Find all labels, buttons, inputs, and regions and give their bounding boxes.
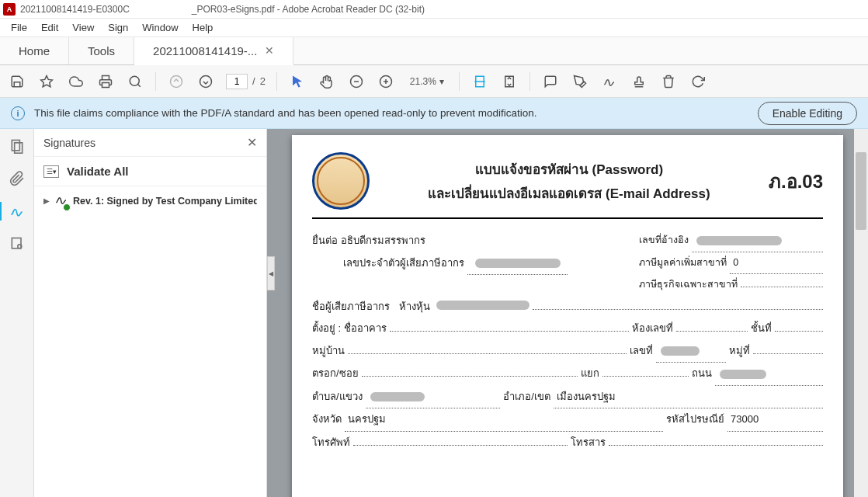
tab-document-label: 20211008141419-...	[153, 44, 257, 57]
form-submit-to: ยื่นต่อ อธิบดีกรมสรรพากร	[312, 230, 568, 252]
compliance-infobar: i This file claims compliance with the P…	[0, 98, 868, 129]
sbt-branch-label: ภาษีธุรกิจเฉพาะสาขาที่	[639, 274, 738, 296]
menu-window[interactable]: Window	[136, 20, 184, 35]
province-label: จังหวัด	[312, 408, 342, 431]
signature-label: Rev. 1: Signed by Test Company Limited (…	[73, 196, 257, 207]
tab-document[interactable]: 20211008141419-... ✕	[134, 37, 293, 65]
pointer-icon[interactable]	[288, 72, 307, 91]
taxid-label: เลขประจำตัวผู้เสียภาษีอากร	[343, 252, 464, 275]
redacted-value	[661, 346, 700, 356]
floor-label: ชั้นที่	[751, 318, 772, 340]
page-indicator: / 2	[226, 74, 266, 89]
moo-label: หมู่ที่	[729, 340, 750, 363]
save-icon[interactable]	[8, 72, 26, 91]
room-label: ห้องเลขที่	[632, 318, 673, 340]
tab-home[interactable]: Home	[0, 37, 69, 64]
hand-icon[interactable]	[318, 72, 336, 91]
zoom-in-icon[interactable]	[377, 72, 395, 91]
redacted-value	[436, 301, 529, 310]
zoom-dropdown[interactable]: 21.3%▾	[406, 75, 448, 88]
scrollbar-thumb[interactable]	[856, 152, 866, 230]
search-icon[interactable]	[126, 72, 144, 91]
redacted-value	[720, 370, 766, 379]
svg-marker-0	[41, 75, 53, 86]
refresh-icon[interactable]	[689, 72, 707, 91]
chevron-down-icon: ▾	[439, 76, 444, 87]
yaek-label: แยก	[581, 363, 599, 385]
panel-collapse-handle[interactable]: ◀	[267, 256, 275, 290]
page-current-input[interactable]	[226, 74, 248, 89]
panel-close-icon[interactable]: ✕	[247, 135, 257, 150]
doc-title-line2: และเปลี่ยนแปลงอีเมลแอดเดรส (E-mail Addre…	[380, 182, 758, 203]
vertical-scrollbar[interactable]	[854, 129, 868, 497]
menu-sign[interactable]: Sign	[102, 20, 134, 35]
zip-value: 73000	[727, 413, 762, 425]
tab-close-icon[interactable]: ✕	[265, 44, 274, 57]
signature-item[interactable]: ▶ Rev. 1: Signed by Test Company Limited…	[34, 186, 266, 215]
svg-point-5	[200, 75, 212, 87]
road-label: ถนน	[692, 363, 712, 385]
building-label: ตั้งอยู่ : ชื่ออาคาร	[312, 318, 387, 340]
svg-point-4	[171, 75, 182, 87]
enable-editing-button[interactable]: Enable Editing	[758, 102, 857, 125]
menu-edit[interactable]: Edit	[35, 20, 64, 35]
svg-rect-16	[12, 238, 21, 248]
fit-width-icon[interactable]	[470, 72, 489, 91]
name-prefix: ห้างหุ้น	[396, 296, 433, 318]
attachments-icon[interactable]	[8, 169, 26, 188]
phone-label: โทรศัพท์	[312, 432, 350, 454]
thumbnails-icon[interactable]	[8, 137, 26, 155]
window-title: _POR03-eSigns.pdf - Adobe Acrobat Reader…	[192, 4, 425, 15]
svg-rect-14	[12, 141, 19, 151]
taxpayer-name-label: ชื่อผู้เสียภาษีอากร	[312, 296, 390, 318]
amphoe-value: เมืองนครปฐม	[554, 391, 619, 402]
menu-bar: File Edit View Sign Window Help	[0, 19, 868, 37]
comment-icon[interactable]	[541, 72, 560, 91]
province-value: นครปฐม	[345, 413, 389, 425]
delete-icon[interactable]	[659, 72, 678, 91]
menu-view[interactable]: View	[66, 20, 100, 35]
page-sep: /	[252, 75, 255, 87]
vat-branch-label: ภาษีมูลค่าเพิ่มสาขาที่	[639, 252, 727, 274]
validate-list-icon: ☰▾	[43, 165, 59, 178]
left-rail	[0, 129, 34, 497]
page-total: 2	[260, 75, 266, 87]
fit-page-icon[interactable]	[500, 72, 519, 91]
redacted-value	[475, 259, 561, 268]
page-up-icon[interactable]	[167, 72, 186, 91]
validate-all-button[interactable]: ☰▾ Validate All	[34, 157, 266, 186]
fax-label: โทรสาร	[571, 432, 606, 454]
layers-icon[interactable]	[8, 235, 26, 253]
svg-rect-15	[14, 143, 22, 153]
pdf-page: แบบแจ้งขอรหัสผ่าน (Password) และเปลี่ยนแ…	[292, 135, 843, 497]
tambon-label: ตำบล/แขวง	[312, 386, 363, 408]
svg-rect-1	[102, 82, 109, 87]
menu-help[interactable]: Help	[186, 20, 220, 35]
village-label: หมู่บ้าน	[312, 340, 345, 363]
stamp-icon[interactable]	[630, 72, 648, 91]
signatures-panel: Signatures ✕ ☰▾ Validate All ▶ Rev. 1: S…	[34, 129, 267, 497]
signatures-icon[interactable]	[8, 202, 26, 221]
svg-line-3	[137, 84, 140, 86]
cloud-icon[interactable]	[67, 72, 85, 91]
app-icon: A	[3, 3, 16, 16]
page-down-icon[interactable]	[196, 72, 215, 91]
svg-point-17	[17, 245, 21, 248]
validate-all-label: Validate All	[67, 165, 128, 178]
amphoe-label: อำเภอ/เขต	[503, 386, 550, 408]
separator	[276, 72, 277, 91]
sign-icon[interactable]	[600, 72, 619, 91]
separator	[529, 72, 530, 91]
print-icon[interactable]	[96, 72, 115, 91]
highlight-icon[interactable]	[571, 72, 589, 91]
zip-label: รหัสไปรษณีย์	[666, 408, 724, 431]
menu-file[interactable]: File	[5, 20, 33, 35]
star-icon[interactable]	[37, 72, 56, 91]
doc-form-code: ภ.อ.03	[769, 166, 823, 196]
signature-valid-icon	[54, 193, 68, 209]
chevron-right-icon: ▶	[43, 196, 50, 205]
zoom-out-icon[interactable]	[347, 72, 366, 91]
document-viewport[interactable]: แบบแจ้งขอรหัสผ่าน (Password) และเปลี่ยนแ…	[267, 129, 868, 497]
tab-tools[interactable]: Tools	[69, 37, 134, 64]
workspace: Signatures ✕ ☰▾ Validate All ▶ Rev. 1: S…	[0, 129, 868, 497]
